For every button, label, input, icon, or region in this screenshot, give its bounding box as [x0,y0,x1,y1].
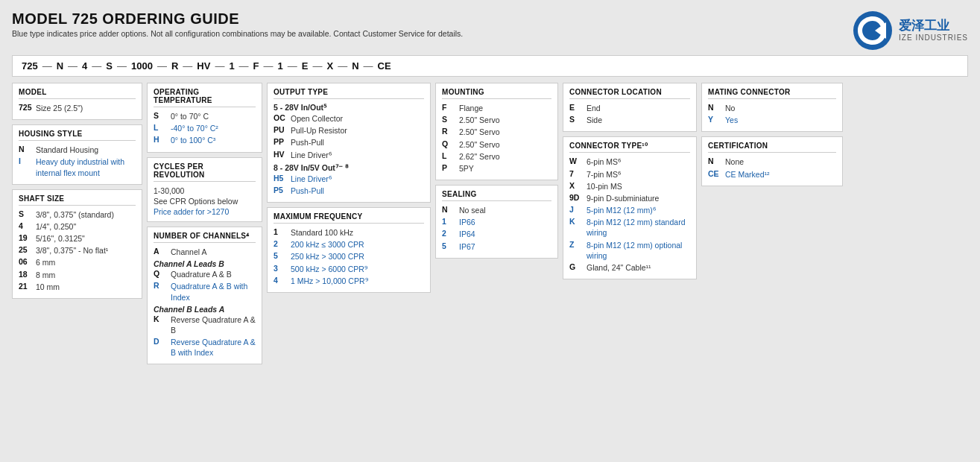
mating-val-Y: Yes [725,115,738,125]
conn-type-val-W: 6-pin MS⁶ [587,156,621,167]
freq-val-3: 500 kHz > 6000 CPR⁹ [291,264,367,274]
logo-block: 爱泽工业 IZE INDUSTRIES [853,10,968,51]
output-val-H5: Line Driver⁶ [291,174,332,184]
mounting-val-Q: 2.50" Servo [459,139,500,150]
sealing-val-1: IP66 [459,217,475,227]
output-val-HV: Line Driver⁶ [291,150,332,160]
channels-title: NUMBER OF CHANNELS⁴ [154,232,256,243]
shaft-06: 06 6 mm [19,257,136,268]
shaft-4: 4 1/4", 0.250" [19,221,136,232]
channel-key-A: A [154,247,167,256]
sealing-title: SEALING [442,190,551,201]
mounting-F: F Flange [442,103,551,113]
sealing-N: N No seal [442,205,551,215]
shaft-25: 25 3/8", 0.375" - No flat¹ [19,245,136,256]
header-row: MODEL 725 ORDERING GUIDE Blue type indic… [12,10,968,51]
output-HV: HV Line Driver⁶ [274,150,424,160]
shaft-key-06: 06 [19,257,32,266]
logo-text-block: 爱泽工业 IZE INDUSTRIES [899,19,968,42]
conn-type-J: J 5-pin M12 (12 mm)⁶ [569,205,690,215]
output-key-H5: H5 [274,174,287,183]
channel-Q: Q Quadrature A & B [154,269,256,279]
mounting-key-F: F [442,103,455,112]
housing-key-N: N [19,145,32,154]
conn-type-key-G: G [569,262,583,271]
shaft-title: SHAFT SIZE [19,194,136,206]
freq-5: 5 250 kHz > 3000 CPR [274,251,424,262]
sealing-key-2: 2 [442,229,455,238]
cpr-note: See CPR Options below [154,196,256,206]
sealing-key-1: 1 [442,217,455,226]
output-5-28v-header: 5 - 28V In/Out⁵ [274,103,424,112]
output-val-PU: Pull-Up Resistor [291,125,347,136]
mounting-val-R: 2.50" Servo [459,127,500,137]
conn-type-key-K: K [569,217,583,226]
output-val-P5: Push-Pull [291,186,324,196]
conn-loc-val-S: Side [587,115,602,125]
conn-type-X: X 10-pin MS [569,181,690,192]
shaft-key-4: 4 [19,221,32,230]
mounting-val-S: 2.50" Servo [459,115,500,125]
output-type-box: OUTPUT TYPE 5 - 28V In/Out⁵ OC Open Coll… [267,83,431,203]
operating-temp-box: OPERATING TEMPERATURE S 0° to 70° C L -4… [147,83,262,153]
page-title: MODEL 725 ORDERING GUIDE [12,10,463,28]
shaft-key-19: 19 [19,233,32,242]
model-key: 725 [19,103,32,112]
channel-key-D: D [154,337,167,346]
pn-1b: 1 [275,59,286,73]
conn-type-key-J: J [569,205,583,214]
logo-icon [853,10,893,51]
freq-4: 4 1 MHz > 10,000 CPR⁹ [274,276,424,286]
output-key-PU: PU [274,125,287,134]
op-temp-H: H 0° to 100° C³ [154,135,256,145]
shaft-val-21: 10 mm [36,282,60,292]
connector-type-title: CONNECTOR TYPE¹⁰ [569,142,690,153]
page-subtitle: Blue type indicates price adder options.… [12,29,463,38]
pn-HV: HV [194,59,213,73]
conn-loc-E: E End [569,103,690,113]
sealing-key-5: 5 [442,241,455,250]
housing-key-I: I [19,156,32,165]
conn-type-val-K: 8-pin M12 (12 mm) standard wiring [587,217,690,238]
mating-val-N: No [725,103,735,113]
shaft-val-4: 1/4", 0.250" [36,221,76,232]
certification-title: CERTIFICATION [708,142,836,153]
sealing-5: 5 IP67 [442,241,551,252]
op-temp-title: OPERATING TEMPERATURE [154,88,256,107]
sealing-2: 2 IP64 [442,229,551,239]
cert-N: N None [708,156,836,167]
pn-X: X [323,59,336,73]
conn-loc-key-E: E [569,103,583,112]
freq-val-2: 200 kHz ≤ 3000 CPR [291,239,364,250]
output-PU: PU Pull-Up Resistor [274,125,424,136]
connector-location-box: CONNECTOR LOCATION E End S Side [563,83,697,132]
max-freq-box: MAXIMUM FREQUENCY 1 Standard 100 kHz 2 2… [267,207,431,293]
sealing-1: 1 IP66 [442,217,551,227]
cpr-title: CYCLES PER REVOLUTION [154,162,256,182]
shaft-key-21: 21 [19,282,32,291]
mounting-key-S: S [442,115,455,124]
shaft-val-19: 5/16", 0.3125" [36,233,85,244]
shaft-val-06: 6 mm [36,257,55,268]
cert-key-CE: CE [708,169,721,178]
output-type-title: OUTPUT TYPE [274,88,424,99]
connector-location-title: CONNECTOR LOCATION [569,88,690,99]
shaft-18: 18 8 mm [19,270,136,280]
shaft-key-S: S [19,209,32,218]
model-val: Size 25 (2.5") [36,103,83,113]
col5: CONNECTOR LOCATION E End S Side CONNECTO… [563,83,697,279]
freq-key-2: 2 [274,239,287,248]
conn-type-val-7: 7-pin MS⁶ [587,169,621,180]
channel-key-R: R [154,281,167,290]
channel-val-A: Channel A [171,247,206,257]
conn-loc-val-E: End [587,103,601,113]
shaft-key-18: 18 [19,270,32,279]
housing-N: N Standard Housing [19,145,136,155]
conn-type-key-Z: Z [569,240,583,249]
channel-K: K Reverse Quadrature A & B [154,314,256,335]
sealing-val-5: IP67 [459,241,475,252]
mounting-Q: Q 2.50" Servo [442,139,551,150]
output-val-PP: Push-Pull [291,137,324,148]
shaft-val-S: 3/8", 0.375" (standard) [36,209,114,220]
output-8-28v-header: 8 - 28V In/5V Out⁷⁻ ⁸ [274,163,424,172]
